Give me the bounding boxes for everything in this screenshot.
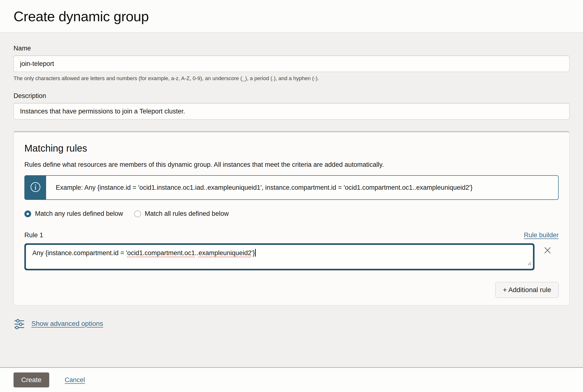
resize-handle-icon[interactable] [527,260,532,268]
match-any-radio[interactable]: Match any rules defined below [24,210,123,218]
form-body: Name The only characters allowed are let… [0,32,583,367]
match-mode-radio-group: Match any rules defined below Match all … [24,210,559,218]
advanced-options-row: Show advanced options [13,318,570,330]
page-header: Create dynamic group [0,0,583,32]
additional-rule-button[interactable]: + Additional rule [495,282,559,298]
infobox-icon-panel [25,176,46,200]
rule-header-row: Rule 1 Rule builder [24,232,559,239]
match-all-label: Match all rules defined below [145,210,229,218]
name-helper-text: The only characters allowed are letters … [13,75,570,82]
match-any-label: Match any rules defined below [35,210,123,218]
footer-action-bar: Create Cancel [0,367,583,392]
page-title: Create dynamic group [13,8,149,24]
rule-text-dots: .. [195,249,199,256]
rule-text-misspelled-1: ocid1.compartment.oc1 [127,249,195,256]
show-advanced-options-link[interactable]: Show advanced options [31,320,103,328]
sliders-icon [13,318,25,330]
cancel-link[interactable]: Cancel [65,376,85,384]
name-input[interactable] [13,56,570,72]
rule-text-misspelled-2: exampleuniqueid2 [199,249,251,256]
example-text: Example: Any {instance.id = 'ocid1.insta… [46,176,482,200]
radio-selected-icon[interactable] [24,210,31,217]
rule-1-editor-focus-ring: Any {instance.compartment.id = 'ocid1.co… [24,243,535,270]
match-all-radio[interactable]: Match all rules defined below [134,210,229,218]
rule-text-before: Any {instance.compartment.id = ' [32,249,127,256]
radio-unselected-icon[interactable] [134,210,141,217]
description-field-group: Description [13,92,570,120]
info-icon [30,182,41,194]
rule-1-textarea[interactable]: Any {instance.compartment.id = 'ocid1.co… [26,245,533,269]
close-icon [542,245,553,256]
matching-rules-title: Matching rules [24,143,559,154]
rule-1-row: Any {instance.compartment.id = 'ocid1.co… [24,243,559,270]
example-infobox: Example: Any {instance.id = 'ocid1.insta… [24,175,559,200]
rule-builder-link[interactable]: Rule builder [524,232,559,239]
description-label: Description [13,92,570,100]
text-cursor [255,249,256,256]
rule-actions-row: + Additional rule [24,282,559,298]
description-input[interactable] [13,103,570,120]
matching-rules-description: Rules define what resources are members … [24,161,559,168]
matching-rules-card: Matching rules Rules define what resourc… [13,131,570,305]
create-button[interactable]: Create [13,372,49,388]
name-label: Name [13,45,570,52]
remove-rule-button[interactable] [542,245,553,256]
rule-1-label: Rule 1 [24,232,43,239]
name-field-group: Name The only characters allowed are let… [13,45,570,82]
rule-text-after: '} [251,249,255,256]
